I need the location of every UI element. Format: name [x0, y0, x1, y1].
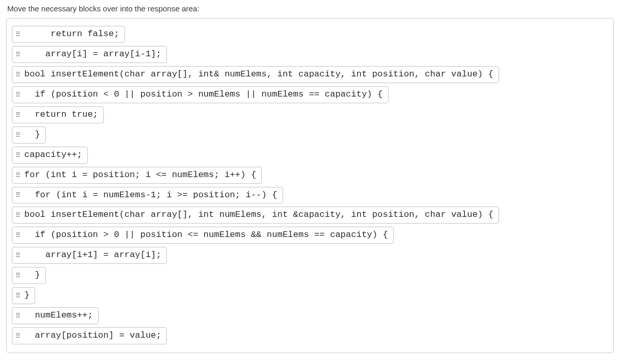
- code-block[interactable]: ⠿ array[i+1] = array[i];: [12, 247, 167, 264]
- drag-handle-icon: ⠿: [16, 312, 21, 319]
- code-block[interactable]: ⠿ }: [12, 267, 46, 284]
- instruction-text: Move the necessary blocks over into the …: [7, 4, 614, 13]
- code-text: return false;: [24, 28, 119, 40]
- code-block[interactable]: ⠿ if (position < 0 || position > numElem…: [12, 86, 389, 103]
- code-block[interactable]: ⠿ }: [12, 287, 35, 304]
- code-text: array[i] = array[i-1];: [24, 49, 161, 60]
- response-area[interactable]: ⠿ return false; ⠿ array[i] = array[i-1];…: [6, 18, 614, 353]
- code-block[interactable]: ⠿ bool insertElement(char array[], int& …: [12, 66, 499, 83]
- code-block[interactable]: ⠿ return false;: [12, 26, 125, 43]
- drag-handle-icon: ⠿: [16, 112, 21, 118]
- code-text: }: [24, 290, 29, 302]
- drag-handle-icon: ⠿: [16, 51, 21, 58]
- code-text: }: [24, 129, 40, 141]
- drag-handle-icon: ⠿: [16, 232, 21, 239]
- drag-handle-icon: ⠿: [16, 292, 21, 299]
- drag-handle-icon: ⠿: [16, 31, 21, 38]
- code-text: for (int i = position; i <= numElems; i+…: [24, 169, 256, 181]
- code-text: capacity++;: [24, 149, 82, 161]
- code-text: return true;: [24, 109, 98, 121]
- drag-handle-icon: ⠿: [16, 71, 21, 78]
- code-block[interactable]: ⠿ for (int i = position; i <= numElems; …: [12, 167, 262, 184]
- code-text: if (position > 0 || position <= numElems…: [24, 229, 388, 241]
- drag-handle-icon: ⠿: [16, 333, 21, 339]
- code-text: for (int i = numElems-1; i >= position; …: [24, 189, 277, 201]
- drag-handle-icon: ⠿: [16, 252, 21, 259]
- drag-handle-icon: ⠿: [16, 192, 21, 198]
- code-text: }: [24, 270, 40, 281]
- code-block[interactable]: ⠿ bool insertElement(char array[], int n…: [12, 207, 499, 224]
- drag-handle-icon: ⠿: [16, 172, 21, 179]
- code-block[interactable]: ⠿ if (position > 0 || position <= numEle…: [12, 227, 394, 244]
- code-block[interactable]: ⠿ }: [12, 126, 46, 144]
- code-text: bool insertElement(char array[], int& nu…: [24, 69, 493, 81]
- code-text: numElems++;: [24, 310, 93, 322]
- code-text: array[position] = value;: [24, 330, 161, 342]
- drag-handle-icon: ⠿: [16, 152, 21, 159]
- drag-handle-icon: ⠿: [16, 212, 21, 218]
- code-block[interactable]: ⠿ array[i] = array[i-1];: [12, 46, 167, 63]
- drag-handle-icon: ⠿: [16, 91, 21, 98]
- drag-handle-icon: ⠿: [16, 132, 21, 138]
- code-text: array[i+1] = array[i];: [24, 249, 161, 261]
- code-block[interactable]: ⠿ return true;: [12, 106, 104, 123]
- code-text: bool insertElement(char array[], int num…: [24, 209, 493, 221]
- code-block[interactable]: ⠿ capacity++;: [12, 147, 88, 164]
- code-block[interactable]: ⠿ for (int i = numElems-1; i >= position…: [12, 187, 283, 204]
- code-block[interactable]: ⠿ array[position] = value;: [12, 327, 167, 344]
- code-block[interactable]: ⠿ numElems++;: [12, 307, 99, 324]
- code-text: if (position < 0 || position > numElems …: [24, 89, 383, 101]
- drag-handle-icon: ⠿: [16, 272, 21, 279]
